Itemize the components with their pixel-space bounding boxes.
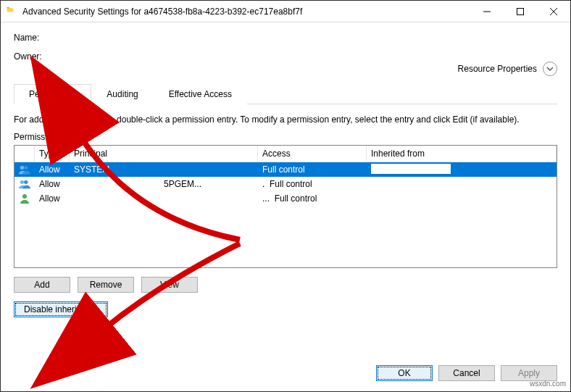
col-header-principal[interactable]: Principal (70, 146, 258, 162)
cell-type: Allow (35, 178, 70, 191)
disable-inheritance-button[interactable]: Disable inheritance (14, 301, 108, 317)
permission-entries-grid: Type Principal Access Inherited from All… (14, 145, 557, 268)
cell-principal: SYSTEM (70, 163, 258, 176)
group-icon (14, 178, 35, 191)
table-row[interactable]: Allow SYSTEM Full control (14, 162, 557, 177)
col-header-icon[interactable] (14, 146, 35, 162)
cell-principal (70, 197, 258, 200)
apply-button[interactable]: Apply (501, 365, 557, 381)
cell-access: Full control (258, 163, 367, 176)
cell-access: . Full control (258, 178, 367, 191)
person-icon (14, 192, 35, 205)
dialog-footer: OK Cancel Apply (376, 365, 557, 381)
svg-point-2 (24, 166, 28, 170)
cell-inherited (367, 197, 557, 200)
table-row[interactable]: Allow 5PGEM... . Full control (14, 177, 557, 191)
titlebar: Advanced Security Settings for a4674538-… (1, 1, 570, 22)
cell-type: Allow (35, 163, 70, 176)
svg-point-4 (24, 180, 28, 184)
security-settings-window: Advanced Security Settings for a4674538-… (0, 0, 571, 392)
cell-principal: 5PGEM... (70, 178, 258, 191)
folder-icon (7, 6, 18, 17)
tab-auditing[interactable]: Auditing (91, 84, 153, 104)
owner-label: Owner: (14, 51, 557, 62)
tab-effective-access[interactable]: Effective Access (154, 84, 247, 104)
tabs: Permissions Auditing Effective Access (14, 83, 557, 104)
add-button[interactable]: Add (14, 277, 70, 293)
col-header-access[interactable]: Access (258, 146, 367, 162)
remove-button[interactable]: Remove (78, 277, 134, 293)
cell-inherited (367, 162, 557, 178)
name-label: Name: (14, 33, 557, 43)
maximize-button[interactable] (504, 1, 537, 22)
watermark: wsxdn.com (530, 380, 566, 388)
cell-access: ... Full control (258, 192, 367, 205)
close-button[interactable] (537, 1, 570, 22)
svg-point-1 (20, 166, 24, 170)
svg-rect-0 (517, 8, 524, 14)
resource-properties-button[interactable]: Resource Properties (458, 62, 557, 76)
cell-inherited (367, 183, 557, 185)
table-row[interactable]: Allow ... Full control (14, 191, 557, 206)
svg-point-3 (20, 180, 24, 184)
col-header-inherited[interactable]: Inherited from (367, 146, 557, 162)
entry-buttons: Add Remove View (14, 277, 557, 293)
grid-header: Type Principal Access Inherited from (14, 146, 557, 162)
window-controls (470, 1, 570, 22)
col-header-type[interactable]: Type (35, 146, 70, 162)
window-title: Advanced Security Settings for a4674538-… (22, 7, 470, 17)
permission-entries-label: Permission entries: (14, 132, 557, 142)
group-icon (14, 163, 35, 176)
resource-properties-label: Resource Properties (458, 64, 537, 74)
cancel-button[interactable]: Cancel (438, 365, 495, 381)
svg-point-5 (22, 194, 27, 199)
minimize-button[interactable] (470, 1, 504, 22)
cell-type: Allow (35, 192, 70, 205)
ok-button[interactable]: OK (376, 365, 433, 381)
help-text: For additional information, double-click… (14, 114, 557, 125)
dialog-body: Name: Owner: Resource Properties Permiss… (1, 22, 570, 391)
chevron-down-icon (543, 62, 557, 76)
tab-permissions[interactable]: Permissions (14, 84, 91, 104)
view-button[interactable]: View (141, 277, 198, 293)
